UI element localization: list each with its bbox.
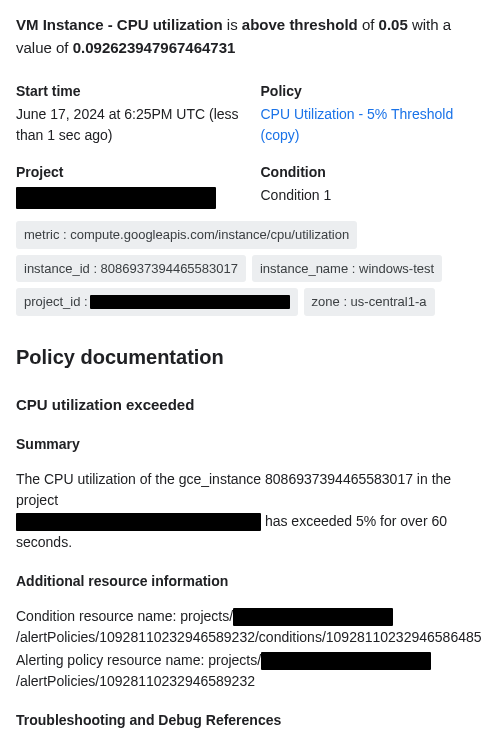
condition-value: Condition 1	[261, 185, 486, 206]
chip-instance-id: instance_id : 8086937394465583017	[16, 255, 246, 283]
summary-text: The CPU utilization of the gce_instance …	[16, 469, 485, 553]
policy-link[interactable]: CPU Utilization - 5% Threshold (copy)	[261, 106, 454, 143]
summary-label: Summary	[16, 434, 485, 455]
alert-subject: VM Instance - CPU utilization	[16, 16, 223, 33]
alert-threshold: 0.05	[379, 16, 408, 33]
troubleshoot-label: Troubleshooting and Debug References	[16, 710, 485, 731]
chip-metric: metric : compute.googleapis.com/instance…	[16, 221, 357, 249]
condition-field: Condition Condition 1	[261, 162, 486, 209]
summary-project-redacted	[16, 513, 261, 531]
chip-instance-name: instance_name : windows-test	[252, 255, 442, 283]
alert-state: above threshold	[242, 16, 358, 33]
alert-headline: VM Instance - CPU utilization is above t…	[16, 14, 485, 59]
resource-info-block: Additional resource information Conditio…	[16, 571, 485, 692]
project-label: Project	[16, 162, 241, 183]
start-time-value: June 17, 2024 at 6:25PM UTC (less than 1…	[16, 104, 241, 146]
summary-block: Summary The CPU utilization of the gce_i…	[16, 434, 485, 553]
policy-label: Policy	[261, 81, 486, 102]
policy-documentation-heading: Policy documentation	[16, 342, 485, 372]
condition-resource-name: Condition resource name: projects//alert…	[16, 606, 485, 648]
resource-info-label: Additional resource information	[16, 571, 485, 592]
cond-res-redacted	[233, 608, 393, 626]
chip-zone: zone : us-central1-a	[304, 288, 435, 316]
meta-row-1: Start time June 17, 2024 at 6:25PM UTC (…	[16, 81, 485, 146]
troubleshoot-block: Troubleshooting and Debug References Pla…	[16, 710, 485, 733]
doc-title: CPU utilization exceeded	[16, 394, 485, 417]
condition-label: Condition	[261, 162, 486, 183]
start-time-label: Start time	[16, 81, 241, 102]
policy-field: Policy CPU Utilization - 5% Threshold (c…	[261, 81, 486, 146]
meta-row-2: Project Condition Condition 1	[16, 162, 485, 209]
alert-value: 0.092623947967464731	[73, 39, 236, 56]
project-redacted	[16, 187, 216, 209]
label-chips: metric : compute.googleapis.com/instance…	[16, 221, 485, 316]
project-field: Project	[16, 162, 241, 209]
chip-project-id: project_id :	[16, 288, 298, 316]
alert-res-redacted	[261, 652, 431, 670]
start-time-field: Start time June 17, 2024 at 6:25PM UTC (…	[16, 81, 241, 146]
alerting-resource-name: Alerting policy resource name: projects/…	[16, 650, 485, 692]
chip-project-id-redacted	[90, 295, 290, 309]
